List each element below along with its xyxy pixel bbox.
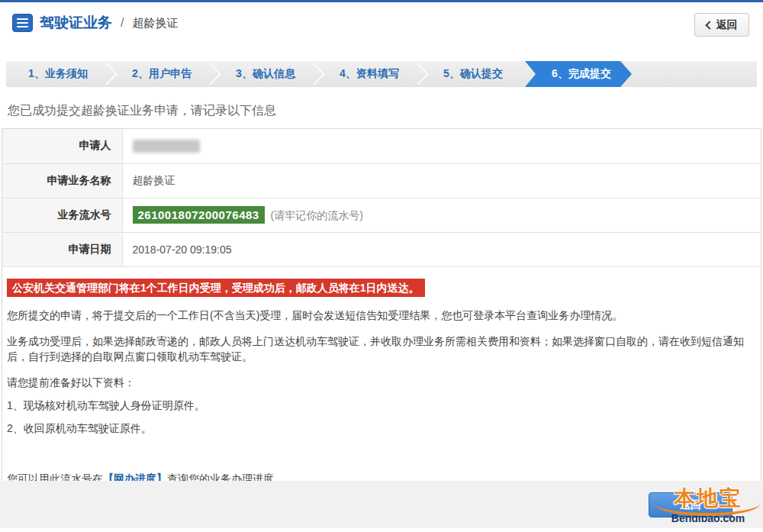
wizard-step-5: 5、确认提交 xyxy=(421,61,525,87)
table-row-applicant: 申请人 xyxy=(2,129,761,163)
wizard-step-2-label: 2、用户申告 xyxy=(132,67,192,81)
breadcrumb-separator: / xyxy=(121,16,124,30)
notice-paragraph: 请您提前准备好以下资料： xyxy=(7,375,753,390)
footer-bar: 返回 本地宝 Bendibao.com xyxy=(0,481,763,528)
redacted-name xyxy=(133,140,200,153)
application-info-table: 申请人 申请业务名称 超龄换证 业务流水号 261001807200076483… xyxy=(2,129,761,267)
serial-number-badge: 261001807200076483 xyxy=(133,206,265,224)
notice-paragraph: 业务成功受理后，如果选择邮政寄递的，邮政人员将上门送达机动车驾驶证，并收取办理业… xyxy=(7,334,753,364)
bendibao-watermark: 本地宝 Bendibao.com xyxy=(655,487,761,524)
apply-date-value: 2018-07-20 09:19:05 xyxy=(122,232,761,266)
license-services-list-icon xyxy=(12,14,33,32)
processing-alert-banner: 公安机关交通管理部门将在1个工作日内受理，受理成功后，邮政人员将在1日内送达。 xyxy=(7,279,425,297)
wizard-step-6-active: 6、完成提交 xyxy=(525,61,632,87)
breadcrumb-current: 超龄换证 xyxy=(132,16,178,31)
step-wizard: 1、业务须知 2、用户申告 3、确认信息 4、资料填写 5、确认提交 6、完成提… xyxy=(6,61,757,87)
page-title: 驾驶证业务 xyxy=(40,13,112,33)
notice-paragraph: 您所提交的申请，将于提交后的一个工作日(不含当天)受理，届时会发送短信告知受理结… xyxy=(7,308,753,323)
wizard-step-3-label: 3、确认信息 xyxy=(236,67,295,81)
success-message: 您已成功提交超龄换证业务申请，请记录以下信息 xyxy=(8,103,755,119)
wizard-step-4-label: 4、资料填写 xyxy=(340,67,399,81)
serial-number-note: (请牢记你的流水号) xyxy=(271,209,363,221)
result-panel: 申请人 申请业务名称 超龄换证 业务流水号 261001807200076483… xyxy=(2,128,761,522)
wizard-step-6-label: 6、完成提交 xyxy=(552,67,611,81)
row-label: 申请日期 xyxy=(2,232,122,266)
table-row-serial-number: 业务流水号 261001807200076483 (请牢记你的流水号) xyxy=(2,198,761,232)
wizard-step-1-label: 1、业务须知 xyxy=(28,67,88,81)
back-button[interactable]: 返回 xyxy=(694,13,749,37)
applicant-value-redacted xyxy=(122,129,761,163)
business-name-value: 超龄换证 xyxy=(122,163,761,198)
serial-number-cell: 261001807200076483 (请牢记你的流水号) xyxy=(122,198,761,232)
wizard-step-1: 1、业务须知 xyxy=(6,61,110,87)
wizard-step-2: 2、用户申告 xyxy=(110,61,214,87)
page: 驾驶证业务 / 超龄换证 返回 1、业务须知 2、用户申告 3、确认信息 4、资… xyxy=(0,0,763,532)
breadcrumb: 驾驶证业务 / 超龄换证 xyxy=(12,13,751,33)
watermark-logo-text: 本地宝 xyxy=(655,487,761,510)
row-label: 业务流水号 xyxy=(2,198,122,232)
row-label: 申请业务名称 xyxy=(2,163,122,198)
row-label: 申请人 xyxy=(2,129,122,163)
notice-list-item: 1、现场核对机动车驾驶人身份证明原件。 xyxy=(7,398,753,413)
wizard-step-3: 3、确认信息 xyxy=(214,61,317,87)
chevron-left-icon xyxy=(705,21,713,29)
page-header: 驾驶证业务 / 超龄换证 返回 xyxy=(0,2,763,48)
wizard-step-5-label: 5、确认提交 xyxy=(443,67,503,81)
notice-list-item: 2、收回原机动车驾驶证原件。 xyxy=(7,421,753,436)
wizard-step-4: 4、资料填写 xyxy=(317,61,421,87)
table-row-apply-date: 申请日期 2018-07-20 09:19:05 xyxy=(2,232,761,266)
table-row-business-name: 申请业务名称 超龄换证 xyxy=(2,163,761,198)
back-button-label: 返回 xyxy=(716,18,738,32)
